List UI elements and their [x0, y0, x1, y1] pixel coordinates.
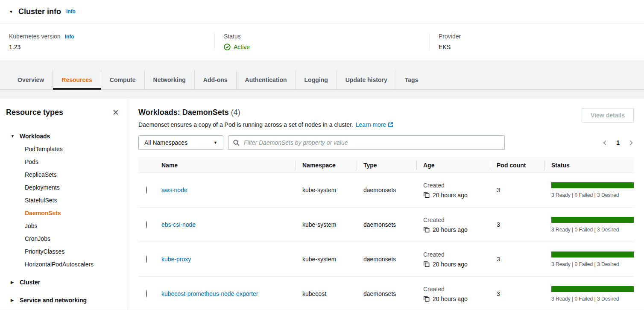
status-cell: 3 Ready | 0 Failed | 3 Desired	[544, 182, 634, 198]
table-description: Daemonset ensures a copy of a Pod is run…	[138, 121, 393, 128]
provider-value: EKS	[439, 44, 635, 50]
sidebar-item-podtemplates[interactable]: PodTemplates	[6, 143, 122, 155]
cluster-info-header: ▼ Cluster info Info	[0, 0, 644, 23]
namespace-cell: kubecost	[296, 290, 357, 297]
status-cell: 3 Ready | 0 Failed | 3 Desired	[544, 252, 634, 267]
type-cell: daemonsets	[357, 187, 416, 193]
sidebar-item-pods[interactable]: Pods	[6, 155, 122, 168]
sidebar-item-statefulsets[interactable]: StatefulSets	[6, 194, 122, 207]
status-bar	[551, 252, 634, 257]
status-value: Active	[234, 44, 250, 50]
cluster-overview: Kubernetes version Info 1.23 Status Acti…	[0, 23, 644, 60]
next-page-button[interactable]	[628, 140, 634, 146]
tab-overview[interactable]: Overview	[9, 70, 53, 89]
namespace-select[interactable]: All Namespaces ▼	[138, 135, 223, 150]
tab-update-history[interactable]: Update history	[337, 70, 396, 89]
pod-count-cell: 3	[490, 290, 544, 297]
kubernetes-version-info-link[interactable]: Info	[65, 34, 74, 40]
sidebar-group-cluster[interactable]: ▶ Cluster	[6, 276, 122, 289]
resource-types-tree: ▼ Workloads PodTemplates Pods ReplicaSet…	[6, 130, 122, 307]
table-row: kubecost-prometheus-node-exporter kubeco…	[138, 277, 634, 310]
table-header-row: Name Namespace Type Age Pod count Status	[138, 158, 634, 173]
table-row: ebs-csi-node kube-system daemonsets Crea…	[138, 208, 634, 242]
age-cell: Created 20 hours ago	[416, 216, 490, 233]
status-label: Status	[224, 33, 241, 40]
daemonset-name-link[interactable]: aws-node	[161, 187, 187, 193]
close-icon[interactable]: ✕	[112, 108, 119, 117]
sidebar-item-jobs[interactable]: Jobs	[6, 219, 122, 232]
copy-icon[interactable]	[423, 192, 430, 198]
previous-page-button[interactable]	[602, 140, 608, 146]
search-icon	[233, 140, 240, 146]
copy-icon[interactable]	[423, 295, 430, 302]
namespace-select-value: All Namespaces	[144, 139, 187, 146]
daemonset-name-link[interactable]: ebs-csi-node	[161, 221, 196, 228]
type-cell: daemonsets	[357, 221, 416, 228]
tab-authentication[interactable]: Authentication	[236, 70, 296, 89]
age-created-label: Created	[423, 286, 490, 292]
sidebar-title: Resource types	[6, 108, 63, 117]
daemonset-name-link[interactable]: kubecost-prometheus-node-exporter	[161, 290, 258, 297]
tab-resources[interactable]: Resources	[53, 70, 101, 89]
table-row: kube-proxy kube-system daemonsets Create…	[138, 242, 634, 277]
column-header-name: Name	[155, 162, 296, 169]
sidebar-item-replicasets[interactable]: ReplicaSets	[6, 168, 122, 181]
resources-panel: Resource types ✕ ▼ Workloads PodTemplate…	[0, 99, 644, 310]
table-title-text: Workloads: DaemonSets	[138, 108, 229, 117]
sidebar-item-daemonsets[interactable]: DaemonSets	[6, 207, 122, 219]
tab-logging[interactable]: Logging	[296, 70, 337, 89]
daemonsets-table: Name Namespace Type Age Pod count Status…	[138, 158, 634, 310]
search-input[interactable]	[243, 139, 500, 146]
row-radio-button[interactable]	[146, 221, 147, 228]
age-value: 20 hours ago	[433, 226, 468, 233]
status-cell: 3 Ready | 0 Failed | 3 Desired	[544, 286, 634, 302]
copy-icon[interactable]	[423, 226, 430, 233]
chevron-right-icon	[628, 140, 634, 146]
sidebar-group-service-and-networking[interactable]: ▶ Service and networking	[6, 294, 122, 307]
column-header-pod-count: Pod count	[490, 162, 544, 169]
provider-field: Provider EKS	[429, 33, 644, 50]
sidebar-group-label: Workloads	[20, 133, 50, 140]
table-count: (4)	[231, 108, 240, 117]
external-link-icon	[388, 122, 393, 127]
sidebar-group-label: Service and networking	[20, 297, 87, 304]
row-radio-button[interactable]	[146, 186, 147, 194]
tab-add-ons[interactable]: Add-ons	[194, 70, 236, 89]
chevron-left-icon	[602, 140, 608, 146]
view-details-button[interactable]: View details	[582, 108, 634, 123]
current-page[interactable]: 1	[616, 139, 620, 146]
tab-compute[interactable]: Compute	[101, 70, 144, 89]
age-created-label: Created	[423, 216, 490, 223]
namespace-cell: kube-system	[296, 187, 357, 193]
caret-right-icon: ▶	[11, 279, 15, 286]
tab-tags[interactable]: Tags	[396, 70, 427, 89]
sidebar-item-deployments[interactable]: Deployments	[6, 181, 122, 194]
tab-networking[interactable]: Networking	[144, 70, 194, 89]
chevron-down-icon: ▼	[214, 140, 217, 145]
copy-icon[interactable]	[423, 261, 430, 267]
sidebar-group-label: Cluster	[20, 279, 40, 286]
cluster-tabs: Overview Resources Compute Networking Ad…	[0, 70, 644, 90]
collapse-caret-icon[interactable]: ▼	[9, 9, 13, 14]
age-cell: Created 20 hours ago	[416, 251, 490, 268]
table-row: aws-node kube-system daemonsets Created …	[138, 173, 634, 208]
column-header-age: Age	[416, 162, 490, 169]
column-header-status: Status	[544, 162, 634, 169]
daemonset-name-link[interactable]: kube-proxy	[161, 256, 191, 263]
age-created-label: Created	[423, 251, 490, 258]
cluster-info-info-link[interactable]: Info	[66, 9, 76, 15]
status-check-circle-icon	[224, 44, 231, 50]
sidebar-item-horizontalpodautoscalers[interactable]: HorizontalPodAutoscalers	[6, 258, 122, 271]
daemonsets-search	[228, 135, 505, 150]
row-radio-button[interactable]	[146, 255, 147, 263]
sidebar-group-workloads[interactable]: ▼ Workloads	[6, 130, 122, 143]
learn-more-link[interactable]: Learn more	[356, 121, 393, 128]
caret-down-icon: ▼	[11, 133, 15, 140]
row-radio-button[interactable]	[146, 290, 147, 298]
status-text: 3 Ready | 0 Failed | 3 Desired	[551, 261, 634, 267]
sidebar-item-cronjobs[interactable]: CronJobs	[6, 232, 122, 245]
pagination: 1	[602, 139, 634, 146]
status-cell: 3 Ready | 0 Failed | 3 Desired	[544, 217, 634, 233]
kubernetes-version-label: Kubernetes version	[9, 33, 61, 40]
sidebar-item-priorityclasses[interactable]: PriorityClasses	[6, 245, 122, 258]
